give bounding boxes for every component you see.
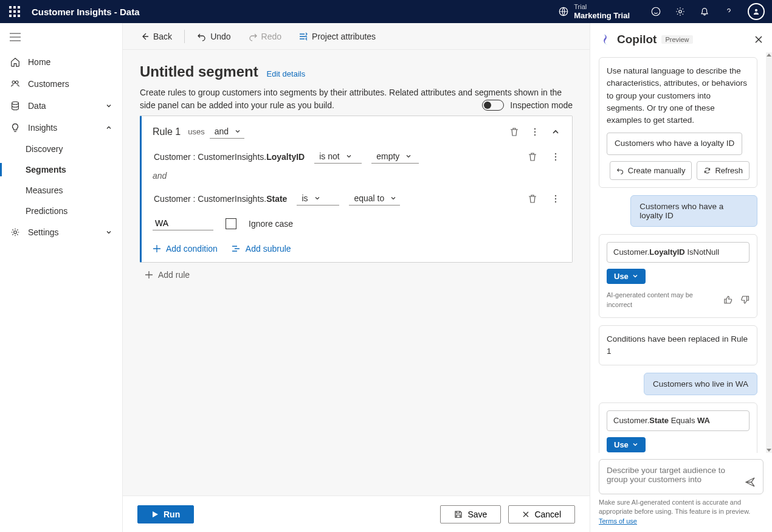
- sidebar-item-label: Discovery: [26, 144, 63, 154]
- undo-icon: [197, 32, 207, 41]
- settings-gear-icon[interactable]: [675, 6, 686, 17]
- cancel-button[interactable]: Cancel: [508, 505, 575, 523]
- svg-point-5: [15, 81, 18, 84]
- operator-select[interactable]: is not: [314, 150, 362, 164]
- smile-feedback-icon[interactable]: [650, 6, 661, 17]
- environment-picker[interactable]: Trial Marketing Trial: [558, 3, 630, 20]
- delete-condition-icon[interactable]: [527, 193, 538, 204]
- gear-icon: [10, 227, 21, 238]
- play-icon: [151, 511, 159, 518]
- copilot-textarea[interactable]: [607, 466, 739, 484]
- add-subrule-button[interactable]: Add subrule: [231, 244, 291, 254]
- delete-condition-icon[interactable]: [527, 151, 538, 162]
- more-vertical-icon[interactable]: [550, 151, 561, 162]
- help-icon[interactable]: [723, 6, 734, 17]
- sidebar-item-home[interactable]: Home: [0, 51, 122, 73]
- home-icon: [10, 57, 21, 67]
- undo-button[interactable]: Undo: [192, 29, 235, 44]
- chevron-down-icon: [105, 102, 112, 109]
- use-button[interactable]: Use: [607, 437, 646, 452]
- notifications-bell-icon[interactable]: [699, 6, 710, 17]
- svg-point-9: [534, 131, 536, 132]
- svg-point-12: [555, 156, 556, 157]
- globe-icon: [558, 6, 569, 17]
- and-separator: and: [153, 171, 561, 181]
- sidebar-item-data[interactable]: Data: [0, 95, 122, 117]
- value-select[interactable]: empty: [371, 150, 419, 164]
- create-manually-button[interactable]: Create manually: [610, 161, 692, 181]
- avatar-icon: [752, 7, 760, 16]
- value-select[interactable]: equal to: [349, 192, 400, 206]
- attribute-path: Customer : CustomerInsights.State: [154, 194, 287, 204]
- condition-value-input[interactable]: [153, 216, 213, 230]
- use-button[interactable]: Use: [607, 269, 646, 284]
- ignore-case-checkbox[interactable]: [226, 218, 236, 229]
- user-avatar[interactable]: [748, 3, 765, 20]
- copilot-input-area: Make sure AI-generated content is accura…: [590, 453, 772, 532]
- svg-point-6: [12, 102, 19, 105]
- copilot-title: Copilot: [617, 33, 657, 46]
- chevron-down-icon: [405, 153, 412, 159]
- copilot-scrollbar[interactable]: [766, 52, 772, 453]
- app-launcher-icon[interactable]: [7, 4, 22, 19]
- svg-point-2: [679, 10, 682, 13]
- plus-icon: [153, 244, 161, 253]
- send-icon[interactable]: [745, 477, 756, 488]
- chevron-down-icon: [632, 441, 638, 447]
- sidebar-toggle[interactable]: [0, 28, 122, 46]
- run-button[interactable]: Run: [137, 505, 194, 523]
- copilot-input-box[interactable]: [599, 459, 763, 494]
- rule-logic-select[interactable]: and: [210, 125, 244, 139]
- customers-icon: [10, 78, 21, 89]
- sidebar-item-predictions[interactable]: Predictions: [0, 201, 122, 221]
- sidebar-item-label: Data: [28, 101, 46, 111]
- edit-details-link[interactable]: Edit details: [267, 69, 306, 78]
- more-vertical-icon[interactable]: [529, 126, 540, 137]
- sidebar-item-customers[interactable]: Customers: [0, 73, 122, 95]
- sidebar-item-segments[interactable]: Segments: [0, 159, 122, 180]
- sidebar-item-discovery[interactable]: Discovery: [0, 139, 122, 159]
- add-rule-button[interactable]: Add rule: [145, 270, 190, 280]
- main-area: Back Undo Redo Project attributes Untitl…: [123, 23, 590, 532]
- command-bar: Back Undo Redo Project attributes: [123, 23, 590, 50]
- data-icon: [10, 100, 21, 111]
- close-copilot-icon[interactable]: [754, 35, 763, 44]
- env-name: Marketing Trial: [574, 11, 630, 20]
- sidebar-item-measures[interactable]: Measures: [0, 180, 122, 201]
- hamburger-icon: [10, 33, 21, 41]
- more-vertical-icon[interactable]: [550, 193, 561, 204]
- attributes-icon: [298, 32, 308, 41]
- top-bar: Customer Insights - Data Trial Marketing…: [0, 0, 772, 23]
- thumbs-down-icon[interactable]: [740, 295, 750, 305]
- app-title: Customer Insights - Data: [32, 7, 558, 17]
- copilot-example-chip[interactable]: Customers who have a loyalty ID: [607, 133, 742, 154]
- back-button[interactable]: Back: [135, 29, 177, 44]
- delete-rule-icon[interactable]: [509, 126, 520, 137]
- attribute-path: Customer : CustomerInsights.LoyaltyID: [154, 152, 305, 162]
- env-label: Trial: [574, 3, 630, 10]
- generated-expression: Customer.LoyaltyID IsNotNull: [607, 242, 750, 263]
- svg-point-13: [555, 159, 556, 160]
- redo-button: Redo: [243, 29, 286, 44]
- sidebar-item-insights[interactable]: Insights: [0, 117, 122, 139]
- sidebar-item-settings[interactable]: Settings: [0, 221, 122, 243]
- copilot-panel: Copilot Preview Use natural language to …: [590, 23, 772, 532]
- project-attributes-button[interactable]: Project attributes: [294, 29, 381, 44]
- collapse-rule-icon[interactable]: [550, 126, 561, 137]
- close-icon: [522, 511, 529, 518]
- sidebar: Home Customers Data Insights Discovery S…: [0, 23, 123, 532]
- save-button[interactable]: Save: [440, 505, 501, 523]
- insights-icon: [10, 122, 21, 133]
- rule-card: Rule 1 uses and Customer : Cust: [140, 116, 573, 263]
- terms-link[interactable]: Terms of use: [599, 517, 637, 525]
- refresh-button[interactable]: Refresh: [697, 161, 750, 181]
- svg-point-15: [555, 198, 556, 199]
- copilot-response-card: Customer.LoyaltyID IsNotNull Use AI-gene…: [599, 234, 757, 318]
- inspection-mode-toggle[interactable]: [482, 100, 504, 111]
- sidebar-item-label: Segments: [26, 165, 66, 174]
- svg-point-3: [755, 9, 757, 12]
- operator-select[interactable]: is: [297, 192, 339, 206]
- svg-point-16: [555, 201, 556, 202]
- thumbs-up-icon[interactable]: [723, 295, 732, 305]
- add-condition-button[interactable]: Add condition: [153, 244, 218, 254]
